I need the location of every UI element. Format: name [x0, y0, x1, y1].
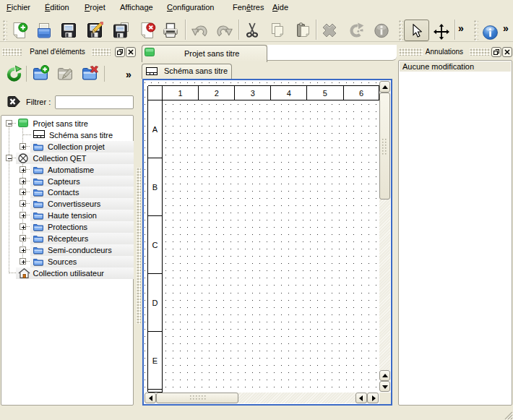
svg-text:D: D	[152, 299, 158, 307]
svg-text:5: 5	[323, 89, 327, 98]
svg-text:A: A	[152, 125, 158, 134]
svg-text:E: E	[152, 356, 158, 365]
svg-text:3: 3	[251, 89, 255, 98]
svg-text:1: 1	[178, 89, 182, 98]
svg-text:B: B	[152, 183, 158, 192]
svg-text:4: 4	[287, 89, 291, 98]
svg-text:2: 2	[215, 89, 219, 98]
svg-text:C: C	[152, 241, 158, 249]
svg-text:6: 6	[359, 89, 363, 98]
